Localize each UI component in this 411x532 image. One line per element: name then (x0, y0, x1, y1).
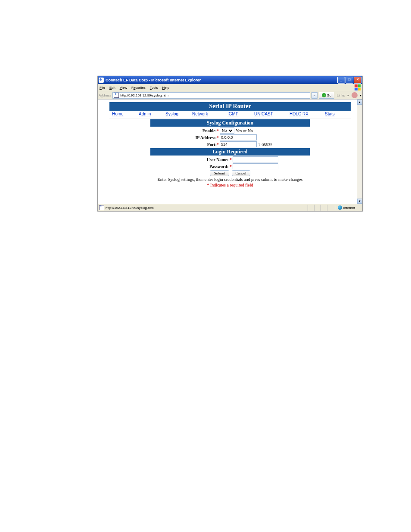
security-zone: Internet (335, 205, 361, 210)
extension-dropdown-icon[interactable]: ▾ (360, 93, 361, 97)
nav-hdlcrx[interactable]: HDLC RX (287, 112, 322, 116)
nav-network[interactable]: Network (190, 112, 225, 116)
minimize-button[interactable]: _ (337, 77, 345, 84)
titlebar: Comtech EF Data Corp - Microsoft Interne… (98, 76, 362, 84)
nav-row: Home Admin Syslog Network IGMP UNICAST H… (109, 111, 351, 118)
extension-icon[interactable] (352, 92, 358, 98)
menu-tools[interactable]: Tools (150, 86, 158, 90)
username-label: User Name: * (146, 157, 233, 162)
nav-syslog[interactable]: Syslog (163, 112, 190, 116)
menu-edit[interactable]: Edit (109, 86, 115, 90)
login-section-header: Login Required (150, 148, 310, 156)
port-input[interactable] (220, 141, 257, 147)
nav-stats[interactable]: Stats (322, 112, 349, 116)
syslog-section-header: Syslog Configuration (150, 119, 310, 127)
go-arrow-icon: → (322, 93, 326, 97)
go-button[interactable]: → Go (319, 92, 334, 99)
statusbar: http://192.168.12.99/syslog.htm Internet (98, 204, 362, 211)
status-page-icon (99, 205, 104, 210)
password-input[interactable] (233, 163, 278, 169)
vertical-scrollbar[interactable]: ▴ ▾ (357, 100, 362, 204)
menu-favorites-label: vorites (135, 86, 146, 90)
globe-icon (338, 205, 342, 210)
menu-view-label: iew (122, 86, 127, 90)
window-title: Comtech EF Data Corp - Microsoft Interne… (106, 78, 337, 82)
nav-igmp[interactable]: IGMP (225, 112, 252, 116)
menu-file-label: ile (102, 86, 105, 90)
page-icon (114, 93, 119, 98)
page-title: Serial IP Router (109, 102, 351, 111)
menu-edit-label: dit (112, 86, 115, 90)
menu-favorites[interactable]: Favorites (131, 86, 146, 90)
instruction-text: Enter Syslog settings, then enter login … (109, 177, 351, 182)
maximize-button[interactable]: □ (346, 77, 353, 84)
nav-admin[interactable]: Admin (136, 112, 163, 116)
close-button[interactable]: ✕ (354, 77, 361, 84)
password-label: Password: * (146, 164, 233, 169)
address-bar: Address http://192.168.12.99/syslog.htm … (98, 91, 362, 100)
menu-help[interactable]: Help (162, 86, 169, 90)
menu-help-label: elp (165, 86, 169, 90)
go-label: Go (327, 93, 332, 97)
nav-home[interactable]: Home (109, 112, 136, 116)
nav-unicast[interactable]: UNICAST (252, 112, 287, 116)
username-input[interactable] (233, 156, 278, 162)
status-url: http://192.168.12.99/syslog.htm (106, 206, 154, 210)
enable-hint: Yes or No (236, 128, 253, 133)
required-note: * Indicates a required field (109, 183, 351, 187)
url-text: http://192.168.12.99/syslog.htm (120, 93, 168, 97)
url-dropdown[interactable]: ⌄ (311, 92, 318, 99)
cancel-button[interactable]: Cancel (232, 170, 250, 176)
windows-logo-icon (355, 84, 361, 90)
url-input[interactable]: http://192.168.12.99/syslog.htm (112, 92, 310, 99)
ip-input[interactable] (220, 134, 257, 140)
menu-file[interactable]: File (100, 86, 105, 90)
menubar: File Edit View Favorites Tools Help (98, 84, 362, 91)
scroll-up-icon[interactable]: ▴ (357, 100, 362, 105)
menu-tools-label: ools (152, 86, 158, 90)
zone-label: Internet (343, 206, 355, 210)
address-label: Address (99, 93, 111, 97)
submit-button[interactable]: Submit (210, 170, 229, 176)
status-cells (308, 205, 333, 211)
enable-select[interactable]: No (220, 128, 234, 134)
content-area: ▴ ▾ Serial IP Router Home Admin Syslog N… (98, 100, 362, 204)
ie-icon (99, 78, 104, 83)
port-label: Port:* (146, 142, 220, 147)
port-hint: 1-65535 (258, 142, 272, 147)
menu-view[interactable]: View (120, 86, 127, 90)
browser-window: Comtech EF Data Corp - Microsoft Interne… (97, 76, 363, 212)
ip-label: IP Address:* (146, 135, 220, 140)
links-label[interactable]: Links (337, 93, 345, 97)
enable-label: Enable:* (146, 128, 220, 133)
links-chevron-icon[interactable]: » (347, 93, 349, 97)
scroll-down-icon[interactable]: ▾ (357, 199, 362, 204)
